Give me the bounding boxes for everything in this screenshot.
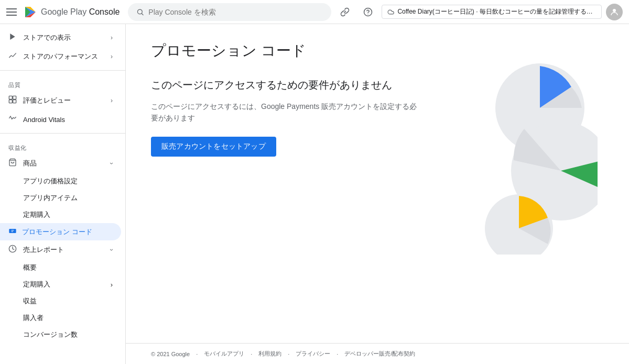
sidebar-item-reviews[interactable]: 評価とレビュー › [0, 91, 121, 110]
footer-link-mobile[interactable]: モバイルアプリ [204, 350, 244, 358]
svg-rect-7 [13, 96, 16, 99]
sidebar-sub-label: 収益 [23, 296, 37, 306]
svg-point-3 [367, 14, 368, 15]
access-desc: このページにアクセスするには、Google Payments 販売アカウントを設… [151, 101, 424, 124]
sidebar-item-label: 評価とレビュー [23, 96, 71, 105]
header-right: Coffee Diary(コーヒー日記) · 毎日飲むコーヒーの量を記録管理する… [335, 3, 623, 21]
sidebar-item-overview[interactable]: 概要 [0, 259, 121, 276]
sidebar-item-conversions[interactable]: コンバージョン数 [0, 326, 121, 343]
footer-link-developer[interactable]: デベロッパー販売/配布契約 [344, 350, 415, 358]
chevron-icon: › [111, 281, 113, 289]
svg-rect-8 [9, 100, 12, 103]
reviews-icon [8, 95, 17, 106]
expand-icon: › [108, 162, 115, 164]
help-icon [363, 7, 373, 17]
sidebar-item-app-price[interactable]: アプリの価格設定 [0, 173, 121, 190]
android-vitals-icon [8, 114, 17, 125]
sidebar-item-android-vitals[interactable]: Android Vitals [0, 110, 121, 129]
sidebar-item-label: Android Vitals [23, 116, 65, 124]
link-button[interactable] [335, 3, 354, 21]
chevron-icon: › [111, 34, 113, 41]
sidebar-sub-label: プロモーション コード [22, 227, 92, 237]
sales-report-icon [8, 245, 17, 255]
person-icon [610, 7, 619, 17]
sidebar-item-products[interactable]: 商品 › [0, 154, 121, 173]
cloud-icon [387, 8, 394, 16]
access-title: このページにアクセスするための要件がありません [151, 78, 424, 92]
setup-button[interactable]: 販売アカウントをセットアップ [151, 137, 276, 157]
quality-section-label: 品質 [0, 75, 125, 91]
sidebar-item-label: ストアでの表示 [23, 33, 71, 42]
svg-rect-11 [9, 229, 16, 233]
app-logo: Google Play Console [23, 5, 120, 19]
sidebar-sub-label: アプリの価格設定 [23, 177, 78, 186]
store-display-icon [8, 32, 17, 43]
search-input[interactable] [148, 8, 323, 16]
sidebar-sub-label: 定期購入 [23, 210, 50, 219]
sidebar-item-subscription2[interactable]: 定期購入 › [0, 276, 121, 293]
sidebar-sub-label: コンバージョン数 [23, 330, 78, 339]
sidebar-item-promo-code[interactable]: プロモーション コード [0, 223, 121, 240]
sidebar-sub-label: 定期購入 [23, 280, 50, 289]
products-icon [8, 158, 17, 169]
header: Google Play Console [0, 0, 629, 24]
avatar[interactable] [606, 4, 623, 20]
divider [0, 133, 125, 134]
divider [0, 70, 125, 71]
sidebar-sub-label: 概要 [23, 263, 37, 272]
layout: ストアでの表示 › ストアのパフォーマンス › 品質 評価とレビュー › And… [0, 24, 629, 364]
sidebar-item-store-performance[interactable]: ストアのパフォーマンス › [0, 47, 121, 66]
chevron-icon: › [111, 97, 113, 104]
store-performance-icon [8, 51, 17, 62]
sidebar-item-revenue[interactable]: 収益 [0, 293, 121, 310]
sidebar-sub-label: 購入者 [23, 313, 44, 323]
sidebar-item-label: ストアのパフォーマンス [23, 52, 98, 61]
menu-icon[interactable] [6, 6, 19, 18]
sidebar-item-sales-report[interactable]: 売上レポート › [0, 240, 121, 259]
app-title: Google Play Console [41, 7, 120, 17]
link-icon [340, 7, 350, 17]
chevron-icon: › [111, 53, 113, 60]
sidebar-item-label: 売上レポート [23, 245, 64, 255]
footer: © 2021 Google · モバイルアプリ · 利用規約 · プライバシー … [126, 343, 629, 364]
footer-copyright: © 2021 Google [151, 351, 190, 357]
app-selector-text: Coffee Diary(コーヒー日記) · 毎日飲むコーヒーの量を記録管理する… [397, 7, 596, 16]
svg-line-1 [142, 13, 144, 15]
sidebar-item-subscription[interactable]: 定期購入 [0, 206, 121, 223]
sidebar-item-buyers[interactable]: 購入者 [0, 310, 121, 326]
main-content: プロモーション コード このページにアクセスするための要件がありません このペー… [126, 24, 629, 343]
svg-marker-5 [10, 34, 15, 40]
play-logo-icon [23, 5, 38, 19]
svg-rect-6 [9, 96, 12, 99]
sidebar: ストアでの表示 › ストアのパフォーマンス › 品質 評価とレビュー › And… [0, 24, 126, 364]
sidebar-item-store-display[interactable]: ストアでの表示 › [0, 28, 121, 47]
search-bar[interactable] [128, 3, 331, 21]
app-selector[interactable]: Coffee Diary(コーヒー日記) · 毎日飲むコーヒーの量を記録管理する… [382, 5, 602, 19]
svg-rect-9 [13, 100, 16, 103]
illustration [409, 56, 598, 255]
expand-icon: › [108, 249, 115, 251]
sidebar-item-label: 商品 [23, 159, 37, 168]
help-button[interactable] [359, 3, 377, 21]
footer-link-terms[interactable]: 利用規約 [258, 350, 281, 358]
access-card: このページにアクセスするための要件がありません このページにアクセスするには、G… [151, 78, 424, 157]
promo-icon [8, 227, 17, 237]
svg-point-4 [613, 9, 616, 12]
sidebar-sub-label: アプリ内アイテム [23, 193, 78, 203]
footer-link-privacy[interactable]: プライバシー [296, 350, 330, 358]
sidebar-item-in-app-items[interactable]: アプリ内アイテム [0, 190, 121, 206]
search-icon [136, 8, 144, 16]
monetize-section-label: 収益化 [0, 138, 125, 154]
